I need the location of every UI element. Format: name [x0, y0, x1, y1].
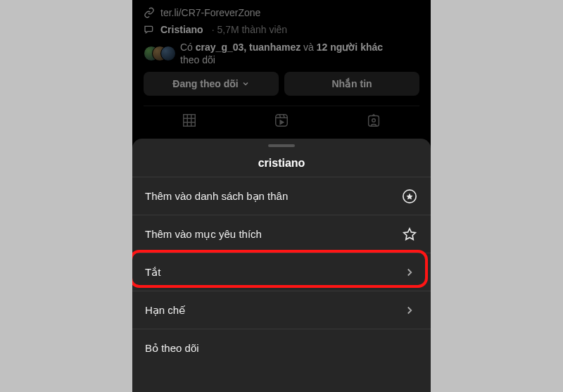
star-outline-icon	[401, 226, 418, 243]
phone-screen: ter.li/CR7-ForeverZone Cristiano · 5,7M …	[132, 0, 431, 392]
row-label: Bỏ theo dõi	[145, 342, 401, 355]
svg-marker-14	[404, 228, 416, 239]
channel-icon	[144, 24, 155, 35]
svg-marker-9	[280, 120, 284, 125]
bio-link-text: ter.li/CR7-ForeverZone	[160, 7, 260, 18]
row-unfollow[interactable]: Bỏ theo dõi	[132, 329, 431, 367]
row-label: Hạn chế	[145, 304, 401, 317]
chevron-right-icon	[401, 302, 418, 319]
profile-action-buttons: Đang theo dõi Nhắn tin	[144, 72, 419, 96]
sheet-handle[interactable]	[268, 144, 295, 147]
svg-point-11	[372, 119, 375, 122]
profile-tabs	[144, 106, 419, 134]
link-icon	[144, 7, 155, 18]
tab-tagged[interactable]	[327, 106, 419, 134]
channel-row[interactable]: Cristiano · 5,7M thành viên	[144, 24, 419, 35]
row-close-friends[interactable]: Thêm vào danh sách bạn thân	[132, 177, 431, 215]
followed-by-row[interactable]: Có cray_g_03, tuanhamez và 12 người khác…	[144, 41, 419, 66]
profile-area-dimmed: ter.li/CR7-ForeverZone Cristiano · 5,7M …	[132, 0, 431, 134]
star-circle-icon	[401, 188, 418, 205]
reels-icon	[274, 113, 289, 128]
grid-icon	[182, 113, 197, 128]
row-favorites[interactable]: Thêm vào mục yêu thích	[132, 215, 431, 253]
row-label: Thêm vào mục yêu thích	[145, 228, 401, 241]
followed-by-text: Có cray_g_03, tuanhamez và 12 người khác…	[180, 41, 383, 66]
tagged-icon	[366, 113, 381, 128]
channel-members: · 5,7M thành viên	[212, 24, 287, 35]
bottom-sheet: cristiano Thêm vào danh sách bạn thân Th…	[132, 139, 431, 392]
svg-rect-5	[276, 115, 288, 127]
row-label: Thêm vào danh sách bạn thân	[145, 190, 401, 203]
message-button[interactable]: Nhắn tin	[284, 72, 419, 96]
row-label: Tắt	[145, 266, 401, 279]
follower-avatars	[144, 45, 175, 62]
row-mute[interactable]: Tắt	[132, 253, 431, 291]
bio-link-row[interactable]: ter.li/CR7-ForeverZone	[144, 7, 419, 18]
tab-reels[interactable]	[236, 106, 328, 134]
chevron-down-icon	[241, 80, 250, 88]
svg-rect-0	[184, 115, 196, 127]
sheet-title: cristiano	[132, 157, 431, 170]
chevron-right-icon	[401, 264, 418, 281]
channel-name: Cristiano	[160, 24, 203, 35]
svg-marker-13	[406, 193, 412, 199]
row-restrict[interactable]: Hạn chế	[132, 291, 431, 329]
tab-grid[interactable]	[144, 106, 236, 134]
following-button[interactable]: Đang theo dõi	[144, 72, 279, 96]
